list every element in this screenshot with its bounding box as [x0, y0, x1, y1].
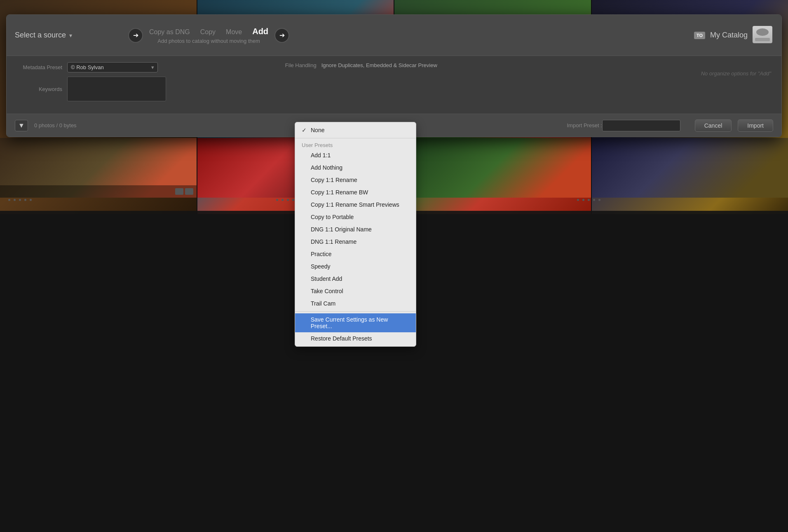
tab-add[interactable]: Add — [252, 27, 268, 36]
dropdown-item-speedy[interactable]: Speedy — [295, 260, 416, 273]
dot — [598, 199, 600, 201]
dropdown-item-trail-cam[interactable]: Trail Cam — [295, 297, 416, 310]
dropdown-item-label: DNG 1:1 Rename — [311, 238, 356, 245]
metadata-preset-row: Metadata Preset © Rob Sylvan ▾ — [17, 62, 263, 72]
footer-dropdown-btn[interactable]: ▼ — [15, 120, 28, 131]
settings-col-left: Metadata Preset © Rob Sylvan ▾ Keywords — [17, 62, 263, 105]
dot-strip-right — [569, 194, 787, 206]
dropdown-item-label: Practice — [311, 251, 332, 257]
to-badge: TO — [694, 32, 705, 39]
dot — [24, 199, 26, 201]
dropdown-item-copy-11-rename-bw[interactable]: Copy 1:1 Rename BW — [295, 186, 416, 198]
dropdown-item-label: Add Nothing — [311, 164, 342, 171]
no-organize-label: No organize options for "Add" — [525, 62, 771, 77]
dropdown-item-label: Student Add — [311, 275, 342, 282]
dropdown-item-dng-11-original-name[interactable]: DNG 1:1 Original Name — [295, 223, 416, 236]
dropdown-item-none[interactable]: ✓None — [295, 124, 416, 136]
dot — [19, 199, 21, 201]
dropdown-item-copy-11-rename-smart-previews[interactable]: Copy 1:1 Rename Smart Previews — [295, 198, 416, 211]
import-preset-dropdown: ✓NoneUser PresetsAdd 1:1Add NothingCopy … — [295, 122, 416, 347]
dropdown-item-add-11[interactable]: Add 1:1 — [295, 149, 416, 161]
thumb-4 — [592, 138, 788, 198]
file-handling-label: File Handling — [271, 62, 317, 68]
import-modes: Copy as DNG Copy Move Add Add photos to … — [149, 27, 268, 44]
metadata-preset-select[interactable]: © Rob Sylvan ▾ — [67, 62, 158, 72]
dropdown-item-save-current-settings-as-new-preset[interactable]: Save Current Settings as New Preset... — [295, 313, 416, 332]
catalog-name: My Catalog — [710, 31, 748, 40]
keywords-row: Keywords — [17, 77, 263, 101]
destination-section: TO My Catalog — [694, 26, 773, 44]
import-tabs: Copy as DNG Copy Move Add — [149, 27, 268, 36]
dropdown-item-add-nothing[interactable]: Add Nothing — [295, 161, 416, 174]
dropdown-item-label: DNG 1:1 Original Name — [311, 226, 372, 233]
nav-arrow-left[interactable]: ➔ — [128, 28, 143, 43]
settings-col-right: No organize options for "Add" — [525, 62, 771, 105]
dropdown-item-restore-default-presets[interactable]: Restore Default Presets — [295, 332, 416, 345]
dropdown-item-label: Copy 1:1 Rename BW — [311, 189, 368, 196]
metadata-preset-arrow: ▾ — [151, 64, 154, 70]
import-button[interactable]: Import — [738, 119, 773, 132]
cancel-button[interactable]: Cancel — [695, 119, 732, 132]
file-handling-row: File Handling Ignore Duplicates, Embedde… — [271, 62, 517, 68]
dropdown-item-student-add[interactable]: Student Add — [295, 273, 416, 285]
thumb-3 — [394, 138, 591, 198]
metadata-preset-label: Metadata Preset — [17, 64, 62, 70]
dot — [582, 199, 584, 201]
dropdown-separator — [295, 138, 416, 138]
nav-arrow-right[interactable]: ➔ — [274, 28, 289, 43]
dropdown-item-copy-to-portable[interactable]: Copy to Portable — [295, 211, 416, 223]
source-section: Select a source ▾ — [15, 31, 122, 40]
keywords-input[interactable] — [67, 77, 166, 101]
metadata-preset-value: © Rob Sylvan — [71, 64, 104, 70]
import-modal: Select a source ▾ ➔ Copy as DNG Copy Mov… — [6, 14, 782, 137]
dot — [593, 199, 595, 201]
dot-strip-left — [0, 194, 194, 206]
dropdown-section-label: User Presets — [295, 140, 416, 149]
import-preset-section: Import Preset : — [567, 120, 680, 131]
file-handling-value: Ignore Duplicates, Embedded & Sidecar Pr… — [321, 62, 437, 68]
thumb-1 — [0, 138, 197, 198]
source-dropdown-icon: ▾ — [69, 32, 72, 39]
check-mark-icon: ✓ — [302, 127, 307, 133]
dropdown-item-label: Take Control — [311, 288, 343, 294]
dropdown-item-label: None — [311, 127, 324, 133]
dropdown-item-label: Speedy — [311, 263, 330, 270]
modal-settings: Metadata Preset © Rob Sylvan ▾ Keywords … — [7, 56, 781, 114]
dropdown-item-dng-11-rename[interactable]: DNG 1:1 Rename — [295, 236, 416, 248]
dot — [14, 199, 16, 201]
dropdown-item-label: Copy 1:1 Rename — [311, 177, 357, 183]
tab-copy-as-dng[interactable]: Copy as DNG — [149, 28, 190, 36]
dot — [276, 199, 278, 201]
dropdown-item-practice[interactable]: Practice — [295, 248, 416, 260]
tab-copy[interactable]: Copy — [200, 28, 216, 36]
dropdown-item-copy-11-rename[interactable]: Copy 1:1 Rename — [295, 174, 416, 186]
import-preset-input[interactable] — [602, 120, 680, 131]
dot — [292, 199, 294, 201]
settings-col-middle: File Handling Ignore Duplicates, Embedde… — [271, 62, 517, 105]
dot — [8, 199, 10, 201]
tab-move[interactable]: Move — [226, 28, 242, 36]
hdd-drive-icon — [753, 26, 772, 43]
dropdown-item-label: Add 1:1 — [311, 152, 331, 159]
modal-header: Select a source ▾ ➔ Copy as DNG Copy Mov… — [7, 15, 781, 56]
source-label: Select a source — [15, 31, 66, 40]
dot — [287, 199, 289, 201]
keywords-label: Keywords — [17, 86, 62, 92]
dropdown-separator — [295, 311, 416, 312]
photo-count: 0 photos / 0 bytes — [34, 122, 77, 128]
import-preset-label: Import Preset : — [567, 122, 602, 128]
dropdown-item-label: Copy to Portable — [311, 214, 354, 220]
dropdown-item-label: Copy 1:1 Rename Smart Previews — [311, 201, 399, 208]
dropdown-item-label: Restore Default Presets — [311, 335, 372, 342]
dot — [588, 199, 590, 201]
dot — [577, 199, 579, 201]
dropdown-item-take-control[interactable]: Take Control — [295, 285, 416, 297]
dot — [281, 199, 284, 201]
import-subtitle: Add photos to catalog without moving the… — [157, 38, 260, 44]
dot — [30, 199, 32, 201]
catalog-icon — [753, 26, 773, 44]
dropdown-item-label: Save Current Settings as New Preset... — [311, 316, 409, 329]
dropdown-item-label: Trail Cam — [311, 300, 335, 307]
